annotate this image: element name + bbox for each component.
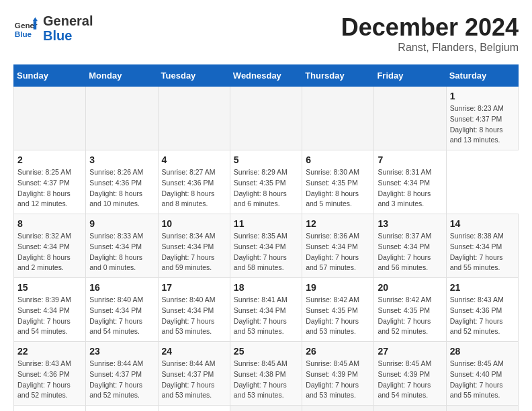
day-info: Sunrise: 8:34 AMSunset: 4:34 PMDaylight:… [162, 231, 226, 273]
logo-blue-text: Blue [43, 28, 93, 43]
day-number: 15 [17, 282, 82, 293]
day-info: Sunrise: 8:44 AMSunset: 4:37 PMDaylight:… [162, 359, 226, 401]
day-cell-18: 18Sunrise: 8:41 AMSunset: 4:34 PMDayligh… [230, 278, 302, 342]
day-number: 4 [162, 154, 226, 165]
day-info: Sunrise: 8:45 AMSunset: 4:40 PMDaylight:… [450, 359, 515, 401]
title-area: December 2024 Ranst, Flanders, Belgium [341, 13, 519, 54]
empty-cell [446, 406, 518, 412]
day-cell-29: 29Sunrise: 8:45 AMSunset: 4:41 PMDayligh… [14, 406, 86, 412]
day-number: 16 [89, 282, 154, 293]
page-header: General Blue General Blue December 2024 … [13, 13, 519, 54]
day-info: Sunrise: 8:40 AMSunset: 4:34 PMDaylight:… [89, 295, 154, 337]
day-number: 21 [450, 282, 515, 293]
day-cell-13: 13Sunrise: 8:37 AMSunset: 4:34 PMDayligh… [374, 214, 446, 278]
day-info: Sunrise: 8:41 AMSunset: 4:34 PMDaylight:… [234, 295, 298, 337]
day-number: 23 [89, 346, 154, 357]
day-info: Sunrise: 8:27 AMSunset: 4:36 PMDaylight:… [162, 167, 226, 210]
empty-cell [302, 406, 374, 412]
day-info: Sunrise: 8:45 AMSunset: 4:38 PMDaylight:… [234, 359, 298, 401]
day-number: 25 [234, 346, 298, 357]
day-number: 3 [89, 154, 154, 165]
day-cell-17: 17Sunrise: 8:40 AMSunset: 4:34 PMDayligh… [158, 278, 230, 342]
empty-cell [374, 406, 446, 412]
day-number: 1 [450, 91, 515, 101]
day-number: 9 [89, 218, 154, 229]
day-number: 6 [306, 154, 370, 165]
day-info: Sunrise: 8:36 AMSunset: 4:34 PMDaylight:… [306, 231, 370, 273]
day-info: Sunrise: 8:44 AMSunset: 4:37 PMDaylight:… [89, 359, 154, 401]
day-cell-2: 2Sunrise: 8:25 AMSunset: 4:37 PMDaylight… [14, 150, 86, 214]
svg-marker-2 [33, 17, 38, 21]
day-info: Sunrise: 8:38 AMSunset: 4:34 PMDaylight:… [450, 231, 515, 273]
day-number: 19 [306, 282, 370, 293]
day-cell-11: 11Sunrise: 8:35 AMSunset: 4:34 PMDayligh… [230, 214, 302, 278]
day-cell-5: 5Sunrise: 8:29 AMSunset: 4:35 PMDaylight… [230, 150, 302, 214]
day-info: Sunrise: 8:32 AMSunset: 4:34 PMDaylight:… [17, 231, 82, 273]
day-info: Sunrise: 8:45 AMSunset: 4:39 PMDaylight:… [378, 359, 442, 401]
day-info: Sunrise: 8:29 AMSunset: 4:35 PMDaylight:… [234, 167, 298, 210]
header-friday: Friday [374, 65, 446, 87]
day-cell-28: 28Sunrise: 8:45 AMSunset: 4:40 PMDayligh… [446, 342, 518, 406]
logo-icon: General Blue [13, 16, 38, 40]
calendar-table: SundayMondayTuesdayWednesdayThursdayFrid… [13, 64, 519, 411]
header-saturday: Saturday [446, 65, 518, 87]
day-cell-10: 10Sunrise: 8:34 AMSunset: 4:34 PMDayligh… [158, 214, 230, 278]
day-number: 5 [234, 154, 298, 165]
day-cell-31: 31Sunrise: 8:45 AMSunset: 4:43 PMDayligh… [158, 406, 230, 412]
day-number: 20 [378, 282, 442, 293]
day-number: 12 [306, 218, 370, 229]
empty-cell [374, 87, 446, 150]
svg-text:Blue: Blue [15, 30, 32, 38]
calendar-header-row: SundayMondayTuesdayWednesdayThursdayFrid… [14, 65, 519, 87]
day-number: 8 [17, 218, 82, 229]
day-number: 28 [450, 346, 515, 357]
location-title: Ranst, Flanders, Belgium [341, 42, 519, 54]
week-row-6: 29Sunrise: 8:45 AMSunset: 4:41 PMDayligh… [14, 406, 519, 412]
day-number: 18 [234, 282, 298, 293]
logo: General Blue General Blue [13, 13, 93, 43]
day-info: Sunrise: 8:25 AMSunset: 4:37 PMDaylight:… [17, 167, 82, 210]
svg-rect-3 [34, 21, 37, 30]
header-sunday: Sunday [14, 65, 86, 87]
day-info: Sunrise: 8:31 AMSunset: 4:34 PMDaylight:… [378, 167, 442, 210]
day-cell-12: 12Sunrise: 8:36 AMSunset: 4:34 PMDayligh… [302, 214, 374, 278]
day-cell-4: 4Sunrise: 8:27 AMSunset: 4:36 PMDaylight… [158, 150, 230, 214]
day-info: Sunrise: 8:40 AMSunset: 4:34 PMDaylight:… [162, 295, 226, 337]
day-info: Sunrise: 8:42 AMSunset: 4:35 PMDaylight:… [306, 295, 370, 337]
day-info: Sunrise: 8:35 AMSunset: 4:34 PMDaylight:… [234, 231, 298, 273]
empty-cell [14, 87, 86, 150]
day-cell-16: 16Sunrise: 8:40 AMSunset: 4:34 PMDayligh… [86, 278, 158, 342]
week-row-5: 22Sunrise: 8:43 AMSunset: 4:36 PMDayligh… [14, 342, 519, 406]
day-cell-8: 8Sunrise: 8:32 AMSunset: 4:34 PMDaylight… [14, 214, 86, 278]
day-number: 7 [378, 154, 442, 165]
day-cell-30: 30Sunrise: 8:45 AMSunset: 4:42 PMDayligh… [86, 406, 158, 412]
day-info: Sunrise: 8:39 AMSunset: 4:34 PMDaylight:… [17, 295, 82, 337]
header-tuesday: Tuesday [158, 65, 230, 87]
day-cell-21: 21Sunrise: 8:43 AMSunset: 4:36 PMDayligh… [446, 278, 518, 342]
empty-cell [86, 87, 158, 150]
day-number: 14 [450, 218, 515, 229]
day-info: Sunrise: 8:26 AMSunset: 4:36 PMDaylight:… [89, 167, 154, 210]
header-thursday: Thursday [302, 65, 374, 87]
day-number: 27 [378, 346, 442, 357]
day-number: 17 [162, 282, 226, 293]
day-info: Sunrise: 8:42 AMSunset: 4:35 PMDaylight:… [378, 295, 442, 337]
day-cell-23: 23Sunrise: 8:44 AMSunset: 4:37 PMDayligh… [86, 342, 158, 406]
day-cell-9: 9Sunrise: 8:33 AMSunset: 4:34 PMDaylight… [86, 214, 158, 278]
day-cell-20: 20Sunrise: 8:42 AMSunset: 4:35 PMDayligh… [374, 278, 446, 342]
week-row-3: 8Sunrise: 8:32 AMSunset: 4:34 PMDaylight… [14, 214, 519, 278]
day-cell-6: 6Sunrise: 8:30 AMSunset: 4:35 PMDaylight… [302, 150, 374, 214]
day-info: Sunrise: 8:33 AMSunset: 4:34 PMDaylight:… [89, 231, 154, 273]
day-info: Sunrise: 8:37 AMSunset: 4:34 PMDaylight:… [378, 231, 442, 273]
empty-cell [230, 406, 302, 412]
month-title: December 2024 [341, 13, 519, 42]
logo-general-text: General [43, 13, 93, 28]
day-cell-22: 22Sunrise: 8:43 AMSunset: 4:36 PMDayligh… [14, 342, 86, 406]
week-row-4: 15Sunrise: 8:39 AMSunset: 4:34 PMDayligh… [14, 278, 519, 342]
day-number: 11 [234, 218, 298, 229]
day-number: 13 [378, 218, 442, 229]
empty-cell [302, 87, 374, 150]
week-row-1: 1Sunrise: 8:23 AMSunset: 4:37 PMDaylight… [14, 87, 519, 150]
day-cell-15: 15Sunrise: 8:39 AMSunset: 4:34 PMDayligh… [14, 278, 86, 342]
day-cell-25: 25Sunrise: 8:45 AMSunset: 4:38 PMDayligh… [230, 342, 302, 406]
